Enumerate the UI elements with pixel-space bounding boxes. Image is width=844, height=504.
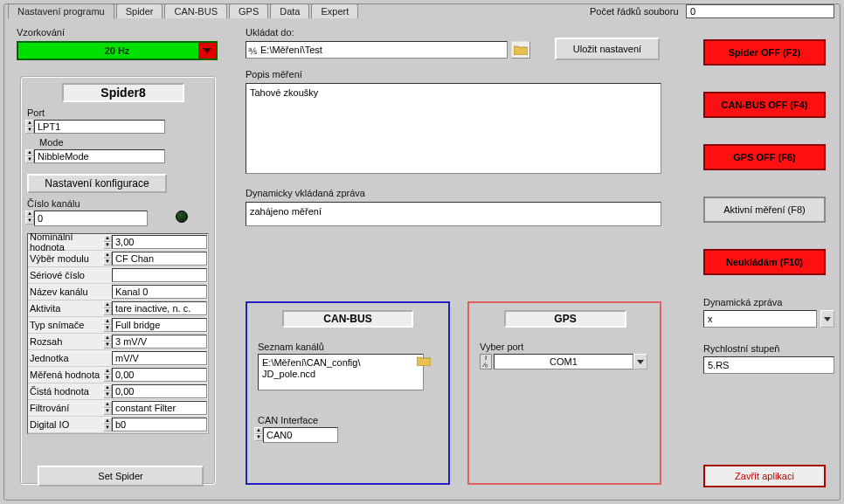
spider-off-button[interactable]: Spider OFF (F2) xyxy=(703,39,826,66)
config-button[interactable]: Nastavení konfigurace xyxy=(27,174,167,193)
dyn-msg-right-label: Dynamická zpráva xyxy=(703,297,782,307)
description-textarea[interactable]: Tahové zkoušky xyxy=(246,83,661,174)
row-label: Výběr modulu xyxy=(28,253,103,264)
channel-list-label: Seznam kanálů xyxy=(258,342,324,352)
row-spinner[interactable]: ▲▼ xyxy=(103,252,112,266)
can-interface-spinner[interactable]: ▲▼ xyxy=(254,427,263,441)
table-row: Výběr modulu▲▼CF Chan xyxy=(28,251,208,267)
row-label: Filtrování xyxy=(28,403,103,413)
row-value[interactable]: 3 mV/V xyxy=(112,335,207,349)
row-spinner[interactable]: ▲▼ xyxy=(103,401,112,415)
gps-port-select[interactable]: COM1 xyxy=(494,354,633,369)
row-label: Čistá hodnota xyxy=(28,386,103,397)
row-value[interactable]: tare inactive, n. c. xyxy=(112,301,207,315)
sampling-select[interactable]: 20 Hz xyxy=(17,41,218,60)
canbus-off-button[interactable]: CAN-BUS OFF (F4) xyxy=(703,92,826,118)
mode-label: Mode xyxy=(39,137,64,148)
table-row: Nominální hodnota▲▼3,00 xyxy=(28,234,208,251)
gps-title: GPS xyxy=(504,310,626,328)
table-row: Digital IO▲▼b0 xyxy=(28,417,208,433)
row-value[interactable]: CF Chan xyxy=(112,252,207,266)
canbus-frame: CAN-BUS Seznam kanálů E:\Měření\CAN_conf… xyxy=(246,301,450,485)
row-spinner[interactable]: ▲▼ xyxy=(103,335,112,349)
dyn-msg-right-dropdown[interactable] xyxy=(820,310,834,328)
gps-port-label: Vyber port xyxy=(480,342,523,352)
row-label: Rozsah xyxy=(28,336,103,347)
table-row: Čistá hodnota▲▼0,00 xyxy=(28,383,208,400)
svg-marker-0 xyxy=(203,48,211,53)
table-row: Filtrování▲▼constant Filter xyxy=(28,400,208,417)
row-value[interactable]: 3,00 xyxy=(112,235,207,249)
sampling-dropdown-arrow[interactable] xyxy=(198,43,216,59)
row-label: Měřená hodnota xyxy=(28,369,103,380)
close-app-button[interactable]: Zavřít aplikaci xyxy=(703,465,826,487)
can-interface-input[interactable]: CAN0 xyxy=(263,427,338,443)
row-value[interactable]: 0,00 xyxy=(112,368,207,382)
mode-spinner[interactable]: ▲▼ xyxy=(25,149,34,163)
save-to-label: Ukládat do: xyxy=(246,27,294,38)
save-to-path[interactable]: ℁ E:\Měření\Test xyxy=(246,41,508,59)
can-interface-label: CAN Interface xyxy=(258,415,318,425)
table-row: JednotkamV/V xyxy=(28,350,208,367)
row-spinner[interactable]: ▲▼ xyxy=(103,318,112,332)
channel-list-box[interactable]: E:\Měření\CAN_config\ JD_pole.ncd xyxy=(258,354,424,390)
tab-nastaveni[interactable]: Nastavení programu xyxy=(8,3,114,19)
row-spinner[interactable]: ▲▼ xyxy=(103,368,112,382)
sampling-label: Vzorkování xyxy=(17,27,65,38)
tab-data[interactable]: Data xyxy=(270,3,309,18)
port-input[interactable]: LPT1 xyxy=(34,120,165,134)
port-spinner[interactable]: ▲▼ xyxy=(25,120,34,134)
table-row: Měřená hodnota▲▼0,00 xyxy=(28,367,208,383)
dyn-msg-right-input[interactable]: x xyxy=(703,310,817,328)
row-count-value: 0 xyxy=(686,4,834,18)
gps-frame: GPS Vyber port I⁄₀ COM1 xyxy=(467,301,661,485)
channel-list-browse-icon[interactable] xyxy=(417,356,432,368)
tab-gps[interactable]: GPS xyxy=(229,3,268,18)
row-value[interactable]: mV/V xyxy=(112,351,207,365)
table-row: Rozsah▲▼3 mV/V xyxy=(28,334,208,350)
dynamic-msg-label: Dynamicky vkládaná zpráva xyxy=(246,188,365,198)
active-measure-button[interactable]: Aktivní měření (F8) xyxy=(703,197,826,223)
table-row: Aktivita▲▼tare inactive, n. c. xyxy=(28,300,208,317)
tab-spider[interactable]: Spider xyxy=(116,3,163,18)
row-label: Nominální hodnota xyxy=(28,231,103,252)
gps-io-indicator: I⁄₀ xyxy=(480,354,492,369)
row-spinner[interactable]: ▲▼ xyxy=(103,418,112,432)
svg-marker-2 xyxy=(824,317,831,321)
save-settings-button[interactable]: Uložit nastavení xyxy=(555,38,660,60)
port-label: Port xyxy=(27,107,45,118)
row-label: Typ snímače xyxy=(28,320,103,330)
row-value[interactable]: b0 xyxy=(112,418,207,432)
channel-num-spinner[interactable]: ▲▼ xyxy=(25,211,34,224)
row-value[interactable] xyxy=(112,268,207,282)
row-value[interactable]: constant Filter xyxy=(112,401,207,415)
row-spinner[interactable]: ▲▼ xyxy=(103,301,112,315)
row-label: Digital IO xyxy=(28,419,103,430)
speed-level-input[interactable]: 5.RS xyxy=(703,356,834,374)
tab-expert[interactable]: Expert xyxy=(311,3,358,18)
set-spider-button[interactable]: Set Spider xyxy=(38,466,204,487)
row-value[interactable]: 0,00 xyxy=(112,384,207,398)
row-spinner[interactable]: ▲▼ xyxy=(103,384,112,398)
row-spinner[interactable]: ▲▼ xyxy=(103,235,112,249)
row-value[interactable]: Kanal 0 xyxy=(112,285,207,299)
description-label: Popis měření xyxy=(246,69,302,79)
table-row: Název kanáluKanal 0 xyxy=(28,284,208,300)
not-saving-button[interactable]: Neukládám (F10) xyxy=(703,249,826,275)
gps-port-dropdown-arrow[interactable] xyxy=(633,354,647,369)
row-count-label: Počet řádků souboru xyxy=(590,6,679,17)
row-label: Název kanálu xyxy=(28,287,103,297)
channel-num-input[interactable]: 0 xyxy=(34,211,148,226)
spider8-title: Spider8 xyxy=(62,83,184,102)
row-label: Sériové číslo xyxy=(28,270,103,280)
browse-folder-icon[interactable] xyxy=(511,41,530,59)
tab-canbus[interactable]: CAN-BUS xyxy=(164,3,227,18)
gps-off-button[interactable]: GPS OFF (F6) xyxy=(703,144,826,170)
dynamic-msg-textarea[interactable]: zahájeno měření xyxy=(246,202,661,226)
row-value[interactable]: Full bridge xyxy=(112,318,207,332)
status-led xyxy=(176,211,188,223)
svg-marker-1 xyxy=(637,360,644,364)
row-label: Aktivita xyxy=(28,303,103,314)
mode-input[interactable]: NibbleMode xyxy=(34,149,165,163)
save-to-path-text: E:\Měření\Test xyxy=(260,45,322,55)
